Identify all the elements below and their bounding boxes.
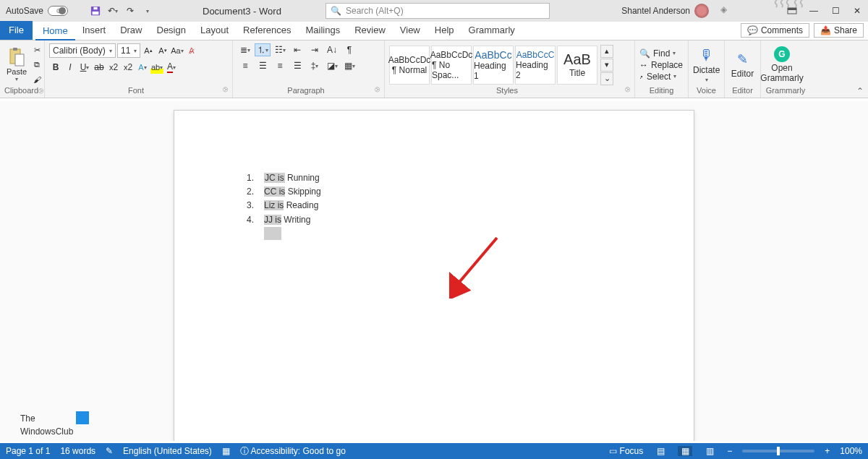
tab-grammarly[interactable]: Grammarly [461, 21, 522, 40]
paragraph-launcher[interactable]: ⧁ [375, 86, 380, 96]
underline-button[interactable]: U▾ [78, 61, 91, 74]
font-color-button[interactable]: A▾ [165, 61, 178, 74]
zoom-slider[interactable] [742, 450, 814, 452]
user-account[interactable]: Shantel Anderson [621, 4, 709, 18]
grow-font-button[interactable]: A▴ [142, 44, 155, 57]
autosave-toggle[interactable]: AutoSave Off [6, 6, 81, 16]
sort-button[interactable]: A↓ [324, 43, 340, 56]
font-launcher[interactable]: ⧁ [223, 86, 228, 96]
align-right-button[interactable]: ≡ [272, 59, 288, 72]
list-item[interactable]: 2.CC is Skipping [244, 185, 624, 199]
align-left-button[interactable]: ≡ [237, 59, 253, 72]
page-indicator[interactable]: Page 1 of 1 [6, 446, 50, 456]
editor-button[interactable]: ✎Editor [729, 51, 756, 79]
style-normal[interactable]: AaBbCcDc¶ Normal [389, 46, 430, 85]
line-spacing-button[interactable]: ‡▾ [307, 59, 323, 72]
save-button[interactable] [88, 4, 103, 18]
accessibility-status[interactable]: ⓘ Accessibility: Good to go [240, 445, 346, 458]
style-heading1[interactable]: AaBbCcHeading 1 [473, 46, 514, 85]
style-row-down[interactable]: ▾ [600, 59, 613, 72]
shading-button[interactable]: ◪▾ [324, 59, 340, 72]
superscript-button[interactable]: x2 [122, 61, 135, 74]
decrease-indent-button[interactable]: ⇤ [289, 43, 305, 56]
cut-button[interactable]: ✂ [30, 44, 43, 57]
close-button[interactable]: ✕ [846, 0, 868, 22]
share-button[interactable]: 📤 Share [814, 23, 864, 38]
change-case-button[interactable]: Aa▾ [171, 44, 184, 57]
page[interactable]: 1.JC is Running 2.CC is Skipping 3.Liz i… [174, 110, 694, 441]
subscript-button[interactable]: x2 [107, 61, 120, 74]
style-expand[interactable]: ⌄ [600, 72, 613, 85]
tab-help[interactable]: Help [427, 21, 461, 40]
tab-insert[interactable]: Insert [75, 21, 114, 40]
list-item-empty[interactable] [244, 227, 624, 240]
font-size-select[interactable]: 11▾ [117, 43, 140, 58]
comments-button[interactable]: 💬 Comments [741, 23, 809, 38]
text-effects-button[interactable]: A▾ [136, 61, 149, 74]
paste-button[interactable]: Paste ▾ [4, 46, 29, 84]
list-item[interactable]: 4.JJ is Writing [244, 213, 624, 227]
shrink-font-button[interactable]: A▾ [156, 44, 169, 57]
style-title[interactable]: AaBTitle [557, 46, 597, 85]
numbering-button[interactable]: ⒈▾ [255, 43, 271, 56]
justify-button[interactable]: ☰ [289, 59, 305, 72]
clipboard-launcher[interactable]: ⧁ [38, 87, 43, 95]
tab-review[interactable]: Review [347, 21, 393, 40]
styles-launcher[interactable]: ⧁ [625, 86, 630, 96]
zoom-out-button[interactable]: − [727, 446, 732, 456]
dictate-button[interactable]: 🎙Dictate▾ [693, 47, 720, 83]
multilevel-button[interactable]: ☷▾ [272, 43, 288, 56]
find-button[interactable]: 🔍 Find ▾ [639, 48, 683, 59]
borders-button[interactable]: ▦▾ [341, 59, 357, 72]
bullets-button[interactable]: ≣▾ [237, 43, 253, 56]
tab-home[interactable]: Home [35, 22, 75, 40]
list-item[interactable]: 1.JC is Running [244, 171, 624, 185]
word-count[interactable]: 16 words [60, 446, 95, 456]
collapse-ribbon-button[interactable]: ⌃ [856, 86, 864, 96]
style-row-up[interactable]: ▴ [600, 45, 613, 58]
increase-indent-button[interactable]: ⇥ [307, 43, 323, 56]
strikethrough-button[interactable]: ab [93, 61, 106, 74]
list-item[interactable]: 3.Liz is Reading [244, 199, 624, 213]
redo-button[interactable]: ↷ [123, 4, 137, 18]
document-canvas[interactable]: 1.JC is Running 2.CC is Skipping 3.Liz i… [0, 101, 868, 441]
tab-layout[interactable]: Layout [193, 21, 236, 40]
bold-button[interactable]: B [49, 61, 62, 74]
maximize-button[interactable]: ☐ [825, 0, 846, 22]
align-center-button[interactable]: ☰ [255, 59, 271, 72]
qat-more-button[interactable]: ▾ [140, 4, 155, 18]
numbered-list[interactable]: 1.JC is Running 2.CC is Skipping 3.Liz i… [244, 171, 624, 240]
clear-formatting-button[interactable]: A̷ [185, 44, 198, 57]
style-gallery[interactable]: AaBbCcDc¶ Normal AaBbCcDc¶ No Spac... Aa… [389, 45, 613, 85]
print-layout-button[interactable]: ▦ [678, 446, 692, 456]
tab-references[interactable]: References [236, 21, 298, 40]
zoom-in-button[interactable]: + [825, 446, 830, 456]
macro-icon[interactable]: ▦ [222, 446, 230, 456]
style-heading2[interactable]: AaBbCcCHeading 2 [515, 46, 556, 85]
tab-view[interactable]: View [393, 21, 427, 40]
search-input[interactable]: 🔍 Search (Alt+Q) [326, 3, 550, 19]
italic-button[interactable]: I [64, 61, 77, 74]
font-name-select[interactable]: Calibri (Body)▾ [49, 43, 116, 58]
zoom-level[interactable]: 100% [840, 446, 862, 456]
web-layout-button[interactable]: ▥ [702, 446, 717, 456]
select-button[interactable]: ⭎ Select ▾ [639, 72, 683, 82]
style-nospacing[interactable]: AaBbCcDc¶ No Spac... [431, 46, 472, 85]
focus-mode-button[interactable]: ▭ Focus [609, 446, 643, 456]
highlight-button[interactable]: ab▾ [150, 61, 163, 74]
copy-button[interactable]: ⧉ [30, 59, 43, 72]
tab-mailings[interactable]: Mailings [299, 21, 348, 40]
premium-icon[interactable]: ◈ [720, 4, 733, 17]
tab-design[interactable]: Design [150, 21, 193, 40]
language-indicator[interactable]: English (United States) [123, 446, 212, 456]
replace-button[interactable]: ↔ Replace [639, 60, 683, 70]
tab-file[interactable]: File [0, 21, 33, 40]
ribbon-display-button[interactable] [781, 0, 803, 22]
read-mode-button[interactable]: ▤ [653, 446, 668, 456]
show-marks-button[interactable]: ¶ [341, 43, 357, 56]
grammarly-button[interactable]: GOpen Grammarly [765, 46, 799, 82]
undo-button[interactable]: ↶▾ [106, 4, 120, 18]
spellcheck-icon[interactable]: ✎ [106, 446, 113, 456]
tab-draw[interactable]: Draw [113, 21, 149, 40]
minimize-button[interactable]: — [803, 0, 825, 22]
